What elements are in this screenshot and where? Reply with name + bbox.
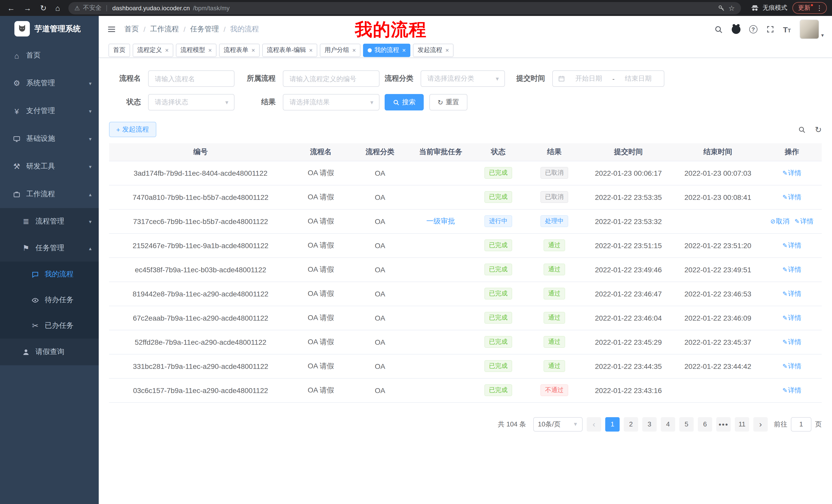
current-task-link[interactable]: 一级审批 — [426, 217, 455, 225]
sidebar-item-infrastructure[interactable]: 基础设施▾ — [0, 125, 99, 152]
bookmark-star-icon[interactable]: ☆ — [728, 4, 735, 12]
detail-link[interactable]: ✎详情 — [782, 338, 801, 345]
refresh-icon[interactable]: ↻ — [40, 4, 47, 12]
sidebar-item-done-tasks[interactable]: ✂已办任务 — [0, 313, 99, 339]
pager-page-2[interactable]: 2 — [624, 417, 638, 431]
sidebar-item-process-management[interactable]: ≣流程管理▾ — [0, 208, 99, 235]
close-icon[interactable]: × — [165, 47, 169, 54]
sidebar-item-my-process[interactable]: 我的流程 — [0, 261, 99, 287]
table-row: 819442e8-7b9a-11ec-a290-acde48001122OA 请… — [109, 282, 822, 306]
tab-home[interactable]: 首页 — [108, 44, 130, 57]
pager-page-5[interactable]: 5 — [679, 417, 694, 431]
sidebar-item-task-management[interactable]: ⚑任务管理▴ — [0, 235, 99, 261]
close-icon[interactable]: × — [252, 47, 255, 54]
tab-my-process[interactable]: 我的流程× — [363, 44, 410, 57]
table-row: 331bc281-7b9a-11ec-a290-acde48001122OA 请… — [109, 354, 822, 378]
close-icon[interactable]: × — [208, 47, 212, 54]
sidebar-item-todo-tasks[interactable]: 待办任务 — [0, 287, 99, 313]
pager-page-11[interactable]: 11 — [735, 417, 749, 431]
refresh-table-icon[interactable]: ↻ — [815, 124, 822, 134]
notification-dot — [811, 4, 813, 6]
detail-link[interactable]: ✎详情 — [782, 169, 801, 176]
row-submit-time: 2022-01-22 23:53:32 — [583, 209, 674, 233]
detail-link[interactable]: ✎详情 — [782, 241, 801, 249]
breadcrumb-item[interactable]: 任务管理 — [190, 25, 219, 34]
breadcrumb-item[interactable]: 工作流程 — [150, 25, 179, 34]
back-icon[interactable]: ← — [7, 4, 15, 12]
more-menu-icon[interactable]: ⋮ — [816, 4, 823, 12]
table-row: 7470a810-7b9b-11ec-b5b7-acde48001122OA 请… — [109, 185, 822, 209]
process-id-input[interactable] — [283, 71, 380, 87]
row-current-task — [410, 306, 471, 330]
page-size-select[interactable]: 10条/页 ▼ — [533, 417, 582, 431]
row-actions: ✎详情 — [762, 185, 822, 209]
font-size-icon[interactable]: TT — [783, 25, 791, 34]
goto-page-input[interactable] — [791, 417, 811, 431]
key-icon[interactable] — [718, 4, 725, 11]
address-bar[interactable]: ⚠ 不安全 dashboard.yudao.iocoder.cn/bpm/tas… — [68, 2, 741, 14]
detail-link[interactable]: ✎详情 — [782, 289, 801, 297]
pager-page-4[interactable]: 4 — [661, 417, 675, 431]
pager-page-1[interactable]: 1 — [605, 417, 620, 431]
browser-update-button[interactable]: 更新 ⋮ — [792, 2, 827, 14]
github-icon[interactable] — [731, 25, 740, 34]
row-current-task — [410, 354, 471, 378]
user-menu[interactable]: ▾ — [800, 20, 824, 39]
sidebar-item-payment-management[interactable]: ¥支付管理▾ — [0, 97, 99, 125]
incognito-badge: 无痕模式 — [750, 3, 787, 12]
pager-more[interactable]: ●●● — [716, 417, 731, 431]
tab-process-definition[interactable]: 流程定义× — [133, 44, 173, 57]
detail-link[interactable]: ✎详情 — [782, 193, 801, 201]
detail-icon: ✎ — [782, 338, 787, 345]
toggle-search-icon[interactable] — [798, 125, 806, 133]
start-process-button[interactable]: + 发起流程 — [109, 122, 156, 137]
close-icon[interactable]: × — [402, 47, 406, 54]
tab-start-process[interactable]: 发起流程× — [413, 44, 453, 57]
tab-process-model[interactable]: 流程模型× — [176, 44, 216, 57]
process-name-input[interactable] — [148, 71, 234, 87]
row-process-name: OA 请假 — [292, 209, 350, 233]
detail-link[interactable]: ✎详情 — [782, 314, 801, 321]
sidebar-item-home[interactable]: ⌂首页 — [0, 41, 99, 69]
breadcrumb-item[interactable]: 我的流程 — [230, 25, 259, 34]
close-icon[interactable]: × — [445, 47, 449, 54]
cancel-link[interactable]: ⊘取消 — [770, 217, 789, 225]
row-current-task — [410, 378, 471, 402]
pager-prev[interactable]: ‹ — [587, 417, 601, 431]
submit-time-range-picker[interactable]: 开始日期 - 结束日期 — [552, 71, 665, 87]
status-select[interactable]: 请选择状态 ▼ — [148, 94, 234, 110]
avatar[interactable] — [800, 20, 819, 39]
sidebar-item-workflow[interactable]: 工作流程▴ — [0, 180, 99, 208]
detail-link[interactable]: ✎详情 — [782, 386, 801, 394]
fullscreen-icon[interactable] — [766, 25, 774, 33]
close-icon[interactable]: × — [352, 47, 356, 54]
incognito-icon — [750, 3, 759, 12]
tab-process-form-edit[interactable]: 流程表单-编辑× — [262, 44, 317, 57]
tab-user-group[interactable]: 用户分组× — [320, 44, 361, 57]
row-id: 2152467e-7b9b-11ec-9a1b-acde48001122 — [109, 233, 292, 257]
sidebar-item-system-management[interactable]: ⚙系统管理▾ — [0, 69, 99, 97]
detail-link[interactable]: ✎详情 — [782, 362, 801, 370]
pager-page-3[interactable]: 3 — [642, 417, 657, 431]
row-result: 通过 — [525, 282, 583, 306]
forward-icon[interactable]: → — [24, 4, 31, 12]
hamburger-icon[interactable] — [107, 25, 116, 34]
detail-link[interactable]: ✎详情 — [782, 265, 801, 273]
detail-link[interactable]: ✎详情 — [795, 217, 813, 225]
detail-icon: ✎ — [782, 387, 787, 394]
home-icon[interactable]: ⌂ — [55, 4, 60, 12]
app-logo[interactable]: 芋道管理系统 — [0, 16, 99, 41]
pager-next[interactable]: › — [753, 417, 768, 431]
search-button[interactable]: 搜索 — [385, 94, 424, 110]
search-icon[interactable] — [714, 25, 723, 34]
tab-process-form[interactable]: 流程表单× — [219, 44, 260, 57]
close-icon[interactable]: × — [309, 47, 313, 54]
result-select[interactable]: 请选择流结果 ▼ — [283, 94, 380, 110]
breadcrumb-item[interactable]: 首页 — [125, 25, 139, 34]
reset-button[interactable]: ↻ 重置 — [430, 94, 467, 110]
sidebar-item-leave-query[interactable]: 请假查询 — [0, 339, 99, 365]
pager-page-6[interactable]: 6 — [698, 417, 712, 431]
question-icon[interactable]: ? — [749, 25, 757, 33]
category-select[interactable]: 请选择流程分类 ▼ — [421, 71, 505, 87]
sidebar-item-dev-tools[interactable]: ⚒研发工具▾ — [0, 152, 99, 180]
